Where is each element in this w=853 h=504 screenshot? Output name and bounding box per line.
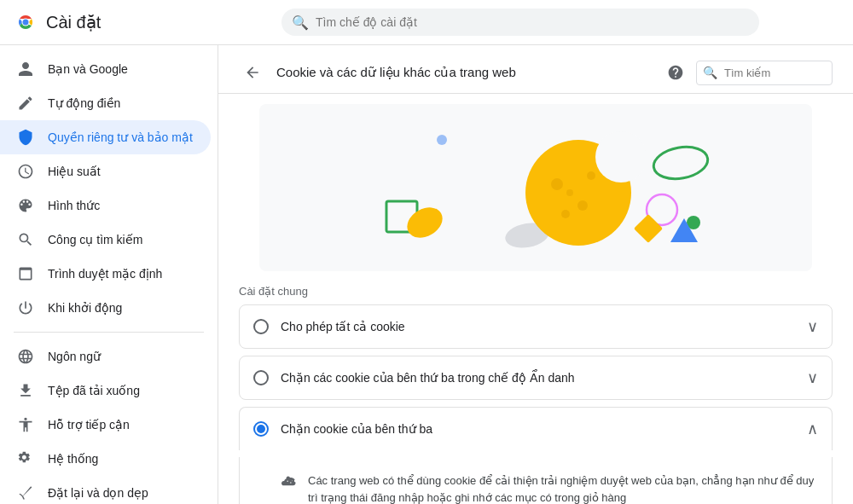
- option-row-chan-cookie-an-danh[interactable]: Chặn các cookie của bên thứ ba trong chế…: [239, 356, 833, 400]
- sidebar-label-hinh-thuc: Hình thức: [48, 199, 100, 212]
- option-label-chan-cookie-an-danh: Chặn các cookie của bên thứ ba trong chế…: [281, 371, 807, 385]
- illustration-svg: [339, 125, 732, 261]
- option-label-cho-phep-tat-ca: Cho phép tất cả cookie: [281, 320, 807, 333]
- settings-section: Cài đặt chung Cho phép tất cả cookie ∨ C…: [218, 271, 853, 504]
- browser-icon: [17, 265, 34, 282]
- topbar-search-wrap: 🔍: [281, 9, 759, 36]
- download-icon: [17, 382, 34, 399]
- sidebar-item-hieu-suat[interactable]: Hiệu suất: [0, 154, 211, 188]
- sidebar-label-dat-lai-va-don-dep: Đặt lại và dọn dẹp: [48, 486, 148, 500]
- svg-point-15: [566, 189, 573, 196]
- power-icon: [17, 299, 34, 316]
- back-button[interactable]: [239, 59, 266, 86]
- radio-chan-cookie-ben-thu-ba[interactable]: [253, 421, 269, 437]
- svg-point-7: [402, 201, 448, 244]
- broom-icon: [17, 484, 34, 501]
- svg-point-3: [23, 20, 29, 26]
- option-row-cho-phep-tat-ca[interactable]: Cho phép tất cả cookie ∨: [239, 304, 833, 349]
- svg-point-13: [561, 210, 570, 218]
- topbar: Cài đặt 🔍: [0, 0, 853, 45]
- sidebar-item-hinh-thuc[interactable]: Hình thức: [0, 188, 211, 223]
- section-title: Cài đặt chung: [239, 285, 833, 298]
- option-label-chan-cookie-ben-thu-ba: Chặn cookie của bên thứ ba: [281, 422, 807, 436]
- sidebar-label-ho-tro-tiep-can: Hỗ trợ tiếp cận: [48, 418, 130, 432]
- globe-icon: [17, 348, 34, 365]
- back-arrow-icon: [244, 64, 261, 81]
- sidebar-item-quyen-rieng-tu[interactable]: Quyền riêng tư và bảo mật: [0, 120, 211, 154]
- chrome-logo-icon: [14, 10, 38, 34]
- content-header: Cookie và các dữ liệu khác của trang web…: [218, 45, 853, 94]
- svg-point-14: [587, 171, 595, 180]
- chevron-down-icon: ∨: [807, 317, 818, 336]
- expanded-content-chan-cookie-ben-thu-ba: Các trang web có thể dùng cookie để cải …: [239, 457, 833, 504]
- svg-point-5: [437, 135, 447, 145]
- help-button[interactable]: [662, 59, 689, 86]
- svg-point-12: [577, 200, 588, 211]
- sidebar-item-ho-tro-tiep-can[interactable]: Hỗ trợ tiếp cận: [0, 408, 211, 442]
- sidebar-label-he-thong: Hệ thống: [48, 452, 98, 466]
- svg-point-10: [595, 131, 647, 182]
- sidebar-item-khi-khoi-dong[interactable]: Khi khởi động: [0, 291, 211, 325]
- sidebar-item-he-thong[interactable]: Hệ thống: [0, 442, 211, 476]
- header-search-icon: 🔍: [703, 66, 717, 79]
- sidebar-item-tep-da-tai-xuong[interactable]: Tệp đã tải xuống: [0, 374, 211, 408]
- accessibility-icon: [17, 416, 34, 433]
- layout: Bạn và Google Tự động điền Quyền riêng t…: [0, 45, 853, 504]
- gauge-icon: [17, 163, 34, 180]
- sidebar-label-cong-cu-tim-kiem: Công cụ tìm kiếm: [48, 233, 142, 246]
- palette-icon: [17, 197, 34, 214]
- sidebar-divider: [14, 332, 204, 333]
- sidebar-label-ngon-ngu: Ngôn ngữ: [48, 350, 101, 363]
- cookie-illustration: [259, 104, 812, 271]
- topbar-logo: Cài đặt: [14, 10, 201, 34]
- sidebar-label-khi-khoi-dong: Khi khởi động: [48, 301, 122, 315]
- radio-cho-phep-tat-ca[interactable]: [253, 319, 269, 334]
- sidebar-label-tu-dong-dien: Tự động điền: [48, 96, 120, 110]
- sidebar-label-tep-da-tai-xuong: Tệp đã tải xuống: [48, 384, 140, 397]
- chevron-up-icon: ∧: [807, 420, 818, 438]
- svg-rect-19: [634, 214, 663, 243]
- sidebar-label-ban-va-google: Bạn và Google: [48, 62, 128, 76]
- main-content: Cookie và các dữ liệu khác của trang web…: [218, 45, 853, 504]
- sidebar-item-ngon-ngu[interactable]: Ngôn ngữ: [0, 339, 211, 374]
- radio-chan-cookie-an-danh[interactable]: [253, 370, 269, 385]
- help-icon: [667, 64, 684, 81]
- edit-icon: [17, 95, 34, 112]
- person-icon: [17, 61, 34, 78]
- sidebar-label-hieu-suat: Hiệu suất: [48, 165, 101, 178]
- sidebar-item-tu-dong-dien[interactable]: Tự động điền: [0, 86, 211, 120]
- sidebar-label-trinh-duyet-mac-dinh: Trình duyệt mặc định: [48, 267, 162, 281]
- content-title: Cookie và các dữ liệu khác của trang web: [276, 65, 652, 80]
- sidebar-item-ban-va-google[interactable]: Bạn và Google: [0, 52, 211, 86]
- expanded-item-text-0: Các trang web có thể dùng cookie để cải …: [308, 472, 818, 504]
- option-row-chan-cookie-ben-thu-ba[interactable]: Chặn cookie của bên thứ ba ∧: [239, 407, 833, 450]
- sidebar: Bạn và Google Tự động điền Quyền riêng t…: [0, 45, 218, 504]
- topbar-search-icon: 🔍: [292, 14, 309, 31]
- sidebar-item-cong-cu-tim-kiem[interactable]: Công cụ tìm kiếm: [0, 223, 211, 257]
- expanded-item-0: Các trang web có thể dùng cookie để cải …: [281, 464, 818, 504]
- item-icon-0: [281, 474, 298, 491]
- header-search-wrap: 🔍: [696, 61, 833, 85]
- topbar-search-input[interactable]: [281, 9, 759, 36]
- page-title: Cài đặt: [46, 12, 101, 32]
- search-icon: [17, 231, 34, 248]
- header-actions: 🔍: [662, 59, 833, 86]
- cookie-icon: [281, 475, 297, 490]
- sidebar-item-dat-lai-va-don-dep[interactable]: Đặt lại và dọn dẹp: [0, 476, 211, 504]
- svg-point-11: [551, 178, 563, 190]
- settings-icon: [17, 450, 34, 467]
- svg-point-16: [651, 143, 710, 183]
- chevron-down-icon: ∨: [807, 368, 818, 387]
- sidebar-item-trinh-duyet-mac-dinh[interactable]: Trình duyệt mặc định: [0, 257, 211, 291]
- sidebar-label-quyen-rieng-tu: Quyền riêng tư và bảo mật: [48, 130, 193, 144]
- shield-icon: [17, 129, 34, 146]
